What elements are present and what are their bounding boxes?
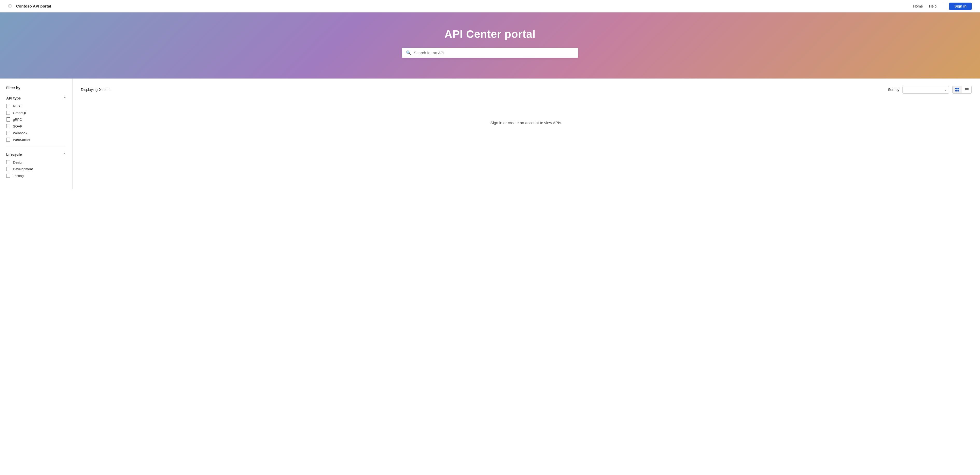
filter-section-api-type-header[interactable]: API type ⌃ <box>6 96 66 100</box>
content-toolbar: Displaying 0 items Sort by Name Date ⌄ <box>81 86 972 94</box>
filter-section-api-type-title: API type <box>6 96 21 100</box>
svg-rect-6 <box>965 91 969 91</box>
main-content: Filter by API type ⌃ REST GraphQL gRPC <box>0 78 980 189</box>
filter-section-api-type: API type ⌃ REST GraphQL gRPC SO <box>6 96 66 142</box>
filter-divider <box>6 147 66 147</box>
hero-section: API Center portal 🔍 <box>0 13 980 78</box>
grid-view-button[interactable] <box>953 86 962 93</box>
checkbox-soap[interactable] <box>6 124 10 128</box>
navbar: ⊞ Contoso API portal Home Help Sign in <box>0 0 980 13</box>
list-view-icon <box>965 87 969 92</box>
filter-label-soap: SOAP <box>13 124 22 128</box>
filter-label-graphql: GraphQL <box>13 111 27 115</box>
brand-title: Contoso API portal <box>16 4 51 8</box>
filter-section-lifecycle-header[interactable]: Lifecycle ⌃ <box>6 153 66 157</box>
filter-option-grpc[interactable]: gRPC <box>6 118 66 122</box>
sort-select[interactable]: Name Date <box>902 86 949 94</box>
filter-option-websocket[interactable]: WebSocket <box>6 138 66 142</box>
toolbar-right: Sort by Name Date ⌄ <box>888 86 972 94</box>
filter-label-development: Development <box>13 167 33 171</box>
filter-label-testing: Testing <box>13 174 24 178</box>
list-view-button[interactable] <box>962 86 972 93</box>
lifecycle-options: Design Development Testing <box>6 160 66 178</box>
search-input[interactable] <box>414 51 574 55</box>
sort-label: Sort by <box>888 87 899 92</box>
filter-label-webhook: Webhook <box>13 131 27 135</box>
sidebar: Filter by API type ⌃ REST GraphQL gRPC <box>0 78 73 189</box>
svg-rect-2 <box>955 90 957 92</box>
filter-section-lifecycle-title: Lifecycle <box>6 153 22 157</box>
nav-right: Home Help Sign in <box>913 3 972 10</box>
checkbox-webhook[interactable] <box>6 131 10 135</box>
filter-option-design[interactable]: Design <box>6 160 66 164</box>
checkbox-websocket[interactable] <box>6 138 10 142</box>
checkbox-testing[interactable] <box>6 174 10 178</box>
svg-rect-0 <box>955 88 957 89</box>
brand-icon: ⊞ <box>8 4 13 9</box>
api-type-options: REST GraphQL gRPC SOAP Webhook <box>6 104 66 142</box>
svg-rect-1 <box>958 88 959 89</box>
filter-label-grpc: gRPC <box>13 118 22 122</box>
svg-rect-4 <box>965 88 969 89</box>
displaying-suffix: items <box>100 87 110 92</box>
chevron-up-icon: ⌃ <box>64 96 66 100</box>
sort-select-wrapper: Name Date ⌄ <box>902 86 949 94</box>
filter-section-lifecycle: Lifecycle ⌃ Design Development Testing <box>6 153 66 178</box>
checkbox-development[interactable] <box>6 167 10 171</box>
filter-option-webhook[interactable]: Webhook <box>6 131 66 135</box>
checkbox-graphql[interactable] <box>6 111 10 115</box>
content-area: Displaying 0 items Sort by Name Date ⌄ <box>73 78 980 189</box>
search-bar: 🔍 <box>402 48 578 58</box>
svg-rect-3 <box>958 90 959 92</box>
nav-help-link[interactable]: Help <box>929 4 937 8</box>
chevron-up-icon-lifecycle: ⌃ <box>64 153 66 156</box>
displaying-prefix: Displaying <box>81 87 99 92</box>
filter-option-rest[interactable]: REST <box>6 104 66 108</box>
displaying-count-text: Displaying 0 items <box>81 87 110 92</box>
checkbox-design[interactable] <box>6 160 10 164</box>
brand: ⊞ Contoso API portal <box>8 4 51 9</box>
nav-divider <box>943 3 943 10</box>
filter-heading: Filter by <box>6 86 66 90</box>
hero-title: API Center portal <box>8 28 972 40</box>
grid-view-icon <box>955 87 959 92</box>
filter-option-graphql[interactable]: GraphQL <box>6 111 66 115</box>
checkbox-grpc[interactable] <box>6 118 10 122</box>
view-toggle <box>952 86 972 94</box>
filter-option-soap[interactable]: SOAP <box>6 124 66 128</box>
signin-button[interactable]: Sign in <box>949 3 972 10</box>
filter-label-rest: REST <box>13 104 22 108</box>
filter-label-design: Design <box>13 160 23 164</box>
empty-state: Sign in or create an account to view API… <box>81 100 972 146</box>
empty-state-message: Sign in or create an account to view API… <box>490 121 562 125</box>
checkbox-rest[interactable] <box>6 104 10 108</box>
filter-option-testing[interactable]: Testing <box>6 174 66 178</box>
filter-label-websocket: WebSocket <box>13 138 30 142</box>
filter-option-development[interactable]: Development <box>6 167 66 171</box>
svg-rect-5 <box>965 89 969 90</box>
nav-home-link[interactable]: Home <box>913 4 923 8</box>
search-icon: 🔍 <box>406 50 411 55</box>
